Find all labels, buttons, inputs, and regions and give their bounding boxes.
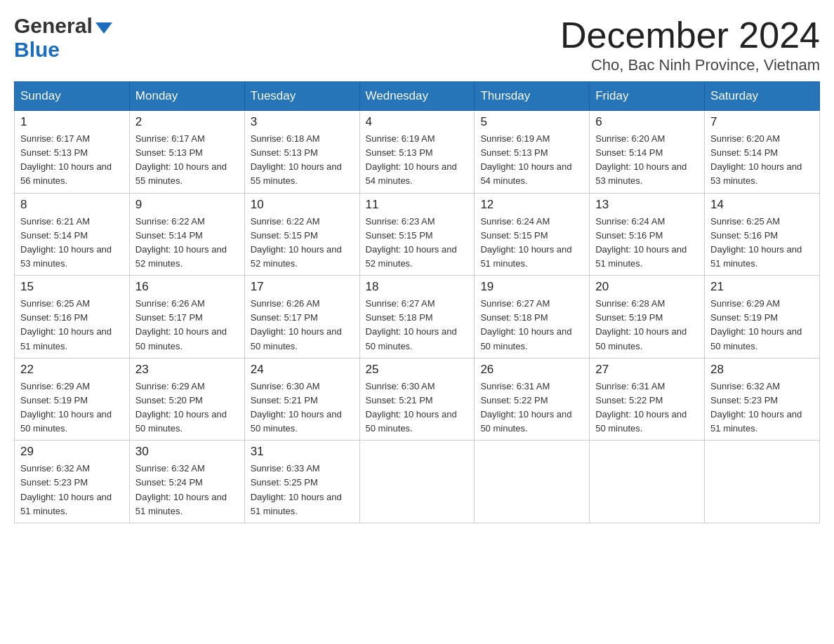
day-number: 28	[710, 363, 814, 377]
calendar-day-cell: 27Sunrise: 6:31 AMSunset: 5:22 PMDayligh…	[590, 358, 705, 441]
day-number: 25	[366, 363, 469, 377]
day-info: Sunrise: 6:17 AMSunset: 5:13 PMDaylight:…	[20, 132, 124, 189]
calendar-week-row: 15Sunrise: 6:25 AMSunset: 5:16 PMDayligh…	[15, 276, 820, 358]
day-info: Sunrise: 6:29 AMSunset: 5:19 PMDaylight:…	[710, 297, 814, 354]
day-number: 5	[480, 115, 583, 129]
day-info: Sunrise: 6:29 AMSunset: 5:19 PMDaylight:…	[20, 380, 124, 436]
calendar-day-cell: 11Sunrise: 6:23 AMSunset: 5:15 PMDayligh…	[359, 193, 475, 276]
calendar-day-cell: 1Sunrise: 6:17 AMSunset: 5:13 PMDaylight…	[15, 111, 130, 194]
calendar-day-cell: 3Sunrise: 6:18 AMSunset: 5:13 PMDaylight…	[244, 111, 359, 194]
day-number: 24	[251, 363, 354, 377]
day-info: Sunrise: 6:32 AMSunset: 5:24 PMDaylight:…	[135, 462, 239, 518]
day-number: 9	[135, 198, 239, 212]
calendar-day-cell: 19Sunrise: 6:27 AMSunset: 5:18 PMDayligh…	[475, 276, 590, 358]
calendar-day-cell	[590, 441, 705, 523]
day-number: 12	[480, 198, 583, 212]
calendar-day-cell: 8Sunrise: 6:21 AMSunset: 5:14 PMDaylight…	[15, 193, 130, 276]
day-number: 20	[595, 280, 699, 294]
day-number: 17	[251, 280, 354, 294]
day-info: Sunrise: 6:25 AMSunset: 5:16 PMDaylight:…	[710, 215, 814, 271]
day-info: Sunrise: 6:22 AMSunset: 5:15 PMDaylight:…	[251, 215, 354, 271]
calendar-day-cell: 15Sunrise: 6:25 AMSunset: 5:16 PMDayligh…	[15, 276, 130, 358]
day-number: 26	[480, 363, 583, 377]
day-number: 2	[135, 115, 239, 129]
weekday-header-saturday: Saturday	[705, 82, 820, 111]
calendar-day-cell: 17Sunrise: 6:26 AMSunset: 5:17 PMDayligh…	[244, 276, 359, 358]
day-info: Sunrise: 6:26 AMSunset: 5:17 PMDaylight:…	[251, 297, 354, 354]
day-info: Sunrise: 6:20 AMSunset: 5:14 PMDaylight:…	[710, 132, 814, 189]
calendar-day-cell: 25Sunrise: 6:30 AMSunset: 5:21 PMDayligh…	[359, 358, 475, 441]
day-number: 1	[20, 115, 124, 129]
calendar-week-row: 22Sunrise: 6:29 AMSunset: 5:19 PMDayligh…	[15, 358, 820, 441]
title-section: December 2024 Cho, Bac Ninh Province, Vi…	[560, 14, 820, 74]
day-number: 18	[366, 280, 469, 294]
day-number: 10	[251, 198, 354, 212]
calendar-day-cell	[359, 441, 475, 523]
day-info: Sunrise: 6:27 AMSunset: 5:18 PMDaylight:…	[366, 297, 469, 354]
calendar-day-cell: 10Sunrise: 6:22 AMSunset: 5:15 PMDayligh…	[244, 193, 359, 276]
day-info: Sunrise: 6:18 AMSunset: 5:13 PMDaylight:…	[251, 132, 354, 189]
logo: General Blue	[14, 14, 112, 62]
calendar-day-cell: 9Sunrise: 6:22 AMSunset: 5:14 PMDaylight…	[129, 193, 244, 276]
day-info: Sunrise: 6:33 AMSunset: 5:25 PMDaylight:…	[251, 462, 354, 518]
day-number: 29	[20, 445, 124, 459]
day-number: 27	[595, 363, 699, 377]
calendar-day-cell: 22Sunrise: 6:29 AMSunset: 5:19 PMDayligh…	[15, 358, 130, 441]
calendar-day-cell: 31Sunrise: 6:33 AMSunset: 5:25 PMDayligh…	[244, 441, 359, 523]
calendar-day-cell: 21Sunrise: 6:29 AMSunset: 5:19 PMDayligh…	[705, 276, 820, 358]
calendar-day-cell: 28Sunrise: 6:32 AMSunset: 5:23 PMDayligh…	[705, 358, 820, 441]
day-info: Sunrise: 6:26 AMSunset: 5:17 PMDaylight:…	[135, 297, 239, 354]
weekday-header-wednesday: Wednesday	[359, 82, 475, 111]
day-info: Sunrise: 6:24 AMSunset: 5:16 PMDaylight:…	[595, 215, 699, 271]
weekday-header-friday: Friday	[590, 82, 705, 111]
calendar-day-cell: 18Sunrise: 6:27 AMSunset: 5:18 PMDayligh…	[359, 276, 475, 358]
day-number: 16	[135, 280, 239, 294]
weekday-header-monday: Monday	[129, 82, 244, 111]
calendar-week-row: 29Sunrise: 6:32 AMSunset: 5:23 PMDayligh…	[15, 441, 820, 523]
day-number: 15	[20, 280, 124, 294]
weekday-header-thursday: Thursday	[475, 82, 590, 111]
day-number: 23	[135, 363, 239, 377]
day-info: Sunrise: 6:28 AMSunset: 5:19 PMDaylight:…	[595, 297, 699, 354]
weekday-header-row: SundayMondayTuesdayWednesdayThursdayFrid…	[15, 82, 820, 111]
day-info: Sunrise: 6:20 AMSunset: 5:14 PMDaylight:…	[595, 132, 699, 189]
calendar-day-cell: 30Sunrise: 6:32 AMSunset: 5:24 PMDayligh…	[129, 441, 244, 523]
logo-triangle-icon	[95, 22, 112, 34]
day-info: Sunrise: 6:23 AMSunset: 5:15 PMDaylight:…	[366, 215, 469, 271]
calendar-day-cell: 24Sunrise: 6:30 AMSunset: 5:21 PMDayligh…	[244, 358, 359, 441]
calendar-day-cell: 12Sunrise: 6:24 AMSunset: 5:15 PMDayligh…	[475, 193, 590, 276]
calendar-table: SundayMondayTuesdayWednesdayThursdayFrid…	[14, 81, 820, 523]
day-info: Sunrise: 6:17 AMSunset: 5:13 PMDaylight:…	[135, 132, 239, 189]
day-number: 13	[595, 198, 699, 212]
calendar-day-cell: 14Sunrise: 6:25 AMSunset: 5:16 PMDayligh…	[705, 193, 820, 276]
day-number: 8	[20, 198, 124, 212]
day-info: Sunrise: 6:30 AMSunset: 5:21 PMDaylight:…	[366, 380, 469, 436]
day-number: 14	[710, 198, 814, 212]
day-number: 7	[710, 115, 814, 129]
calendar-day-cell: 29Sunrise: 6:32 AMSunset: 5:23 PMDayligh…	[15, 441, 130, 523]
calendar-day-cell	[705, 441, 820, 523]
calendar-day-cell	[475, 441, 590, 523]
day-info: Sunrise: 6:19 AMSunset: 5:13 PMDaylight:…	[366, 132, 469, 189]
day-number: 22	[20, 363, 124, 377]
day-info: Sunrise: 6:31 AMSunset: 5:22 PMDaylight:…	[480, 380, 583, 436]
day-info: Sunrise: 6:31 AMSunset: 5:22 PMDaylight:…	[595, 380, 699, 436]
day-number: 4	[366, 115, 469, 129]
day-info: Sunrise: 6:24 AMSunset: 5:15 PMDaylight:…	[480, 215, 583, 271]
day-number: 3	[251, 115, 354, 129]
calendar-day-cell: 4Sunrise: 6:19 AMSunset: 5:13 PMDaylight…	[359, 111, 475, 194]
day-info: Sunrise: 6:30 AMSunset: 5:21 PMDaylight:…	[251, 380, 354, 436]
day-info: Sunrise: 6:29 AMSunset: 5:20 PMDaylight:…	[135, 380, 239, 436]
day-number: 21	[710, 280, 814, 294]
calendar-day-cell: 16Sunrise: 6:26 AMSunset: 5:17 PMDayligh…	[129, 276, 244, 358]
weekday-header-sunday: Sunday	[15, 82, 130, 111]
day-info: Sunrise: 6:21 AMSunset: 5:14 PMDaylight:…	[20, 215, 124, 271]
calendar-day-cell: 6Sunrise: 6:20 AMSunset: 5:14 PMDaylight…	[590, 111, 705, 194]
calendar-day-cell: 20Sunrise: 6:28 AMSunset: 5:19 PMDayligh…	[590, 276, 705, 358]
day-info: Sunrise: 6:27 AMSunset: 5:18 PMDaylight:…	[480, 297, 583, 354]
calendar-day-cell: 2Sunrise: 6:17 AMSunset: 5:13 PMDaylight…	[129, 111, 244, 194]
day-number: 30	[135, 445, 239, 459]
month-title: December 2024	[560, 14, 820, 56]
day-number: 11	[366, 198, 469, 212]
logo-blue-text: Blue	[14, 38, 112, 62]
